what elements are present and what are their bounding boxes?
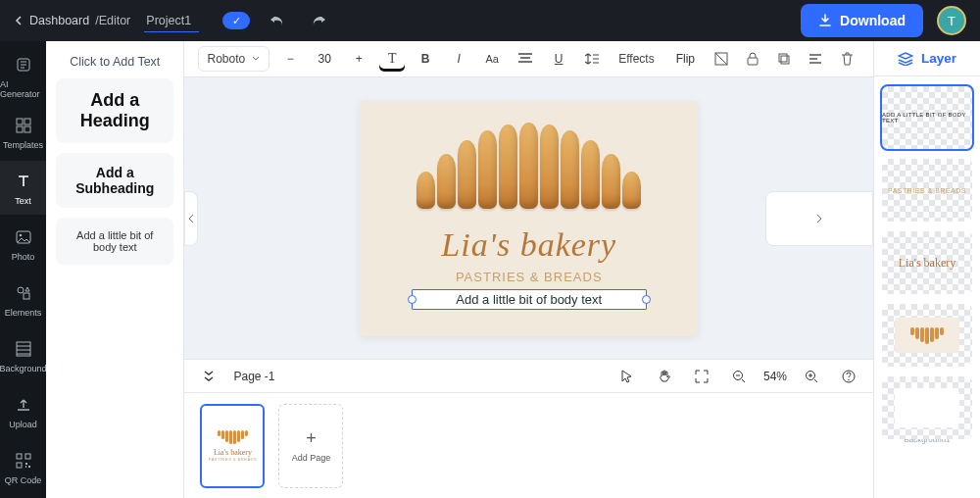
underline-button[interactable]: U bbox=[546, 46, 571, 72]
svg-rect-16 bbox=[781, 56, 789, 64]
svg-rect-3 bbox=[17, 126, 23, 132]
fit-screen-button[interactable] bbox=[689, 364, 714, 389]
collapse-left-handle[interactable] bbox=[184, 191, 198, 246]
redo-icon bbox=[311, 14, 326, 27]
svg-rect-2 bbox=[24, 119, 30, 124]
zoom-in-icon bbox=[805, 370, 818, 383]
duplicate-icon bbox=[777, 52, 791, 66]
thumb-subtitle: PASTRIES & BREADS bbox=[209, 457, 257, 462]
rail-item-elements[interactable]: Elements bbox=[0, 273, 46, 326]
zoom-out-button[interactable] bbox=[726, 364, 752, 389]
spacing-icon bbox=[585, 53, 599, 65]
avatar[interactable]: T bbox=[937, 6, 966, 35]
double-chevron-down-icon bbox=[202, 371, 216, 382]
lock-icon bbox=[747, 52, 759, 66]
layer-item-title[interactable]: Lia's bakery bbox=[882, 231, 972, 294]
zoom-out-icon bbox=[732, 370, 746, 383]
undo-icon bbox=[270, 14, 285, 27]
flip-button[interactable]: Flip bbox=[668, 46, 703, 72]
redo-button[interactable] bbox=[305, 7, 332, 34]
duplicate-button[interactable] bbox=[771, 46, 797, 72]
add-heading-button[interactable]: Add a Heading bbox=[56, 78, 173, 143]
page-thumb-1[interactable]: Lia's bakery PASTRIES & BREADS bbox=[200, 404, 265, 488]
font-size-increase-button[interactable]: + bbox=[346, 46, 371, 72]
thumb-bread-icon bbox=[218, 430, 248, 444]
sync-status-badge: ✓ bbox=[222, 12, 250, 29]
project-name-input[interactable]: Project1 bbox=[144, 10, 199, 32]
rail-item-templates[interactable]: Templates bbox=[0, 105, 46, 159]
svg-point-6 bbox=[19, 233, 22, 236]
help-button[interactable] bbox=[836, 364, 861, 389]
canvas-subtitle-text[interactable]: PASTRIES & BREADS bbox=[360, 270, 698, 284]
layer-list: Add a little bit of body text PASTRIES &… bbox=[874, 76, 980, 498]
text-case-button[interactable]: Aa bbox=[479, 46, 505, 72]
rail-item-background[interactable]: Background bbox=[0, 328, 46, 382]
font-size-decrease-button[interactable]: − bbox=[277, 46, 303, 72]
bread-icon bbox=[910, 327, 944, 344]
align-button[interactable] bbox=[513, 46, 538, 72]
undo-button[interactable] bbox=[264, 7, 291, 34]
svg-rect-11 bbox=[25, 454, 30, 459]
add-subheading-button[interactable]: Add a Subheading bbox=[56, 153, 173, 208]
rail-item-text[interactable]: Text bbox=[0, 161, 46, 215]
canvas-area[interactable]: Lia's bakery PASTRIES & BREADS Add a lit… bbox=[184, 77, 873, 359]
lock-button[interactable] bbox=[740, 46, 765, 72]
delete-button[interactable] bbox=[834, 46, 859, 72]
layers-icon bbox=[898, 52, 913, 66]
align-icon bbox=[518, 53, 532, 65]
dashboard-link[interactable]: Dashboard /Editor bbox=[14, 14, 130, 27]
layer-item-body-text[interactable]: Add a little bit of body text bbox=[882, 86, 972, 149]
svg-rect-4 bbox=[24, 126, 30, 132]
bread-image[interactable] bbox=[399, 119, 659, 209]
canvas[interactable]: Lia's bakery PASTRIES & BREADS Add a lit… bbox=[360, 101, 698, 336]
text-icon bbox=[13, 171, 34, 192]
rail-item-ai[interactable]: AI Generator bbox=[0, 49, 46, 103]
page-label: Page -1 bbox=[233, 370, 274, 383]
canvas-title-text[interactable]: Lia's bakery bbox=[360, 226, 698, 264]
ai-icon bbox=[13, 54, 34, 75]
rail-item-qrcode[interactable]: QR Code bbox=[0, 440, 46, 494]
add-body-text-button[interactable]: Add a little bit of body text bbox=[56, 218, 173, 265]
chevron-right-icon bbox=[815, 214, 823, 224]
position-button[interactable] bbox=[803, 46, 828, 72]
status-bar: Page -1 54% bbox=[184, 359, 873, 392]
download-button[interactable]: Download bbox=[801, 4, 923, 37]
thumb-title: Lia's bakery bbox=[214, 448, 252, 457]
pages-expand-button[interactable] bbox=[196, 364, 221, 389]
side-panel-heading: Click to Add Text bbox=[56, 55, 173, 69]
italic-button[interactable]: I bbox=[446, 46, 471, 72]
editor-center: Roboto − 30 + T B I Aa U Effects Flip bbox=[184, 41, 873, 498]
font-family-select[interactable]: Roboto bbox=[198, 46, 270, 72]
effects-button[interactable]: Effects bbox=[612, 46, 660, 72]
opacity-button[interactable] bbox=[709, 46, 734, 72]
collapse-right-handle[interactable] bbox=[765, 191, 873, 246]
bold-button[interactable]: B bbox=[413, 46, 438, 72]
svg-rect-14 bbox=[748, 58, 758, 65]
chevron-down-icon bbox=[251, 54, 261, 64]
canvas-selected-textbox[interactable]: Add a little bit of body text bbox=[412, 289, 647, 310]
templates-icon bbox=[13, 115, 34, 136]
background-icon bbox=[13, 338, 34, 360]
zoom-value[interactable]: 54% bbox=[763, 370, 787, 383]
page-thumbnails: Lia's bakery PASTRIES & BREADS + Add Pag… bbox=[184, 392, 873, 498]
cursor-tool-button[interactable] bbox=[614, 364, 640, 389]
rail-item-upload[interactable]: Upload bbox=[0, 384, 46, 438]
rail-item-photo[interactable]: Photo bbox=[0, 217, 46, 271]
font-size-value[interactable]: 30 bbox=[311, 52, 338, 66]
layer-item-image[interactable] bbox=[882, 304, 972, 367]
download-label: Download bbox=[840, 13, 906, 28]
pan-tool-button[interactable] bbox=[652, 364, 677, 389]
layer-item-background[interactable] bbox=[882, 376, 972, 439]
fullscreen-icon bbox=[695, 370, 709, 383]
qrcode-icon bbox=[13, 450, 34, 472]
add-page-button[interactable]: + Add Page bbox=[278, 404, 343, 488]
layer-item-subtitle[interactable]: PASTRIES & BREADS bbox=[882, 159, 972, 222]
plus-icon: + bbox=[306, 429, 317, 447]
spacing-button[interactable] bbox=[579, 46, 605, 72]
position-icon bbox=[808, 52, 822, 66]
layer-panel-heading[interactable]: Layer bbox=[874, 41, 980, 76]
text-color-button[interactable]: T bbox=[379, 46, 405, 72]
zoom-in-button[interactable] bbox=[799, 364, 824, 389]
chevron-left-icon bbox=[187, 214, 195, 224]
left-rail: AI Generator Templates Text Photo Elemen… bbox=[0, 41, 46, 498]
